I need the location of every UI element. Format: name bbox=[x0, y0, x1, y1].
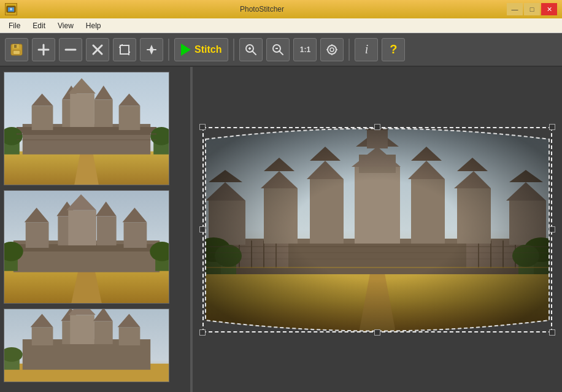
svg-rect-36 bbox=[32, 106, 53, 130]
list-item[interactable] bbox=[4, 190, 169, 304]
menu-file[interactable]: File bbox=[2, 20, 26, 31]
zoom-in-button[interactable] bbox=[239, 38, 263, 61]
svg-rect-44 bbox=[119, 106, 140, 130]
image-list-panel bbox=[0, 67, 190, 392]
svg-point-2 bbox=[10, 8, 12, 10]
save-button[interactable] bbox=[5, 38, 28, 61]
svg-rect-63 bbox=[97, 216, 117, 245]
svg-rect-7 bbox=[13, 51, 20, 54]
svg-rect-141 bbox=[202, 127, 552, 332]
play-icon bbox=[181, 44, 191, 56]
svg-rect-65 bbox=[124, 222, 147, 248]
handle-bottom-right[interactable] bbox=[549, 329, 555, 336]
svg-point-25 bbox=[328, 45, 336, 54]
stitch-button[interactable]: Stitch bbox=[174, 38, 228, 61]
main-content bbox=[0, 67, 562, 392]
svg-rect-82 bbox=[119, 327, 140, 345]
menu-edit[interactable]: Edit bbox=[26, 20, 52, 31]
title-bar: PhotoStitcher — □ ✕ bbox=[0, 0, 562, 18]
toolbar-separator-1 bbox=[168, 39, 169, 61]
zoom-1to1-button[interactable]: 1:1 bbox=[293, 38, 317, 61]
window-title: PhotoStitcher bbox=[17, 5, 507, 13]
toolbar-separator-2 bbox=[233, 39, 234, 61]
handle-middle-right[interactable] bbox=[549, 226, 555, 233]
svg-rect-5 bbox=[14, 45, 17, 48]
list-item[interactable] bbox=[4, 309, 169, 382]
delete-button[interactable] bbox=[86, 38, 109, 61]
minimize-button[interactable]: — bbox=[507, 3, 523, 15]
svg-line-24 bbox=[279, 51, 283, 55]
window-controls: — □ ✕ bbox=[507, 3, 557, 15]
menu-bar: File Edit View Help bbox=[0, 18, 562, 33]
list-item[interactable] bbox=[4, 72, 169, 185]
crop-button[interactable] bbox=[113, 38, 136, 61]
panorama-image bbox=[202, 127, 552, 332]
svg-rect-51 bbox=[17, 139, 156, 140]
svg-rect-13 bbox=[120, 45, 129, 54]
handle-bottom-left[interactable] bbox=[199, 329, 206, 336]
handle-top-right[interactable] bbox=[549, 124, 555, 130]
panorama-panel bbox=[193, 67, 562, 392]
add-button[interactable] bbox=[32, 38, 55, 61]
stitch-label: Stitch bbox=[194, 44, 221, 55]
toolbar-separator-3 bbox=[348, 39, 350, 61]
toolbar: Stitch 1:1 i ? bbox=[0, 33, 562, 67]
handle-bottom-middle[interactable] bbox=[374, 329, 380, 336]
image-list[interactable] bbox=[0, 67, 190, 392]
zoom-fit-button[interactable] bbox=[320, 38, 344, 61]
handle-top-middle[interactable] bbox=[374, 124, 380, 130]
handle-top-left[interactable] bbox=[199, 124, 206, 130]
remove-button[interactable] bbox=[59, 38, 82, 61]
svg-rect-40 bbox=[70, 93, 94, 127]
panorama-container[interactable] bbox=[202, 127, 552, 332]
svg-rect-78 bbox=[70, 315, 94, 344]
app-icon bbox=[5, 3, 17, 15]
svg-rect-57 bbox=[26, 222, 49, 248]
help-button[interactable]: ? bbox=[382, 38, 405, 61]
svg-rect-42 bbox=[94, 99, 113, 127]
svg-rect-50 bbox=[17, 133, 156, 135]
svg-rect-74 bbox=[32, 327, 53, 345]
svg-rect-80 bbox=[94, 321, 113, 344]
maximize-button[interactable]: □ bbox=[524, 3, 540, 15]
fill-button[interactable] bbox=[140, 38, 163, 61]
svg-line-21 bbox=[252, 51, 256, 55]
info-button[interactable]: i bbox=[355, 38, 378, 61]
handle-middle-left[interactable] bbox=[199, 226, 206, 233]
zoom-1to1-label: 1:1 bbox=[300, 45, 310, 54]
svg-rect-61 bbox=[68, 210, 96, 245]
close-button[interactable]: ✕ bbox=[541, 3, 557, 15]
help-icon: ? bbox=[390, 42, 397, 56]
info-icon: i bbox=[365, 42, 369, 56]
svg-point-26 bbox=[330, 48, 334, 52]
zoom-out-button[interactable] bbox=[266, 38, 290, 61]
menu-view[interactable]: View bbox=[52, 20, 80, 31]
menu-help[interactable]: Help bbox=[80, 20, 107, 31]
